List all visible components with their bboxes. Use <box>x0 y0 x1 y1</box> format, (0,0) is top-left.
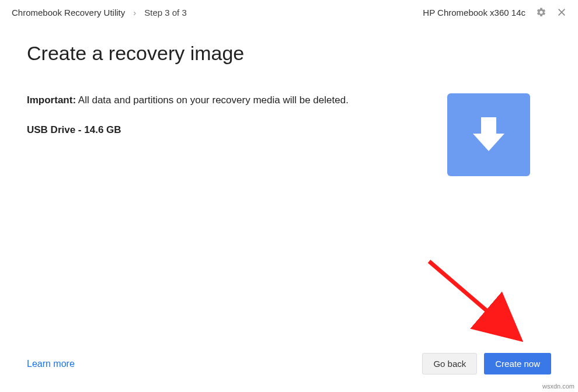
important-body: All data and partitions on your recovery… <box>76 94 349 106</box>
step-indicator: Step 3 of 3 <box>144 8 187 18</box>
go-back-button[interactable]: Go back <box>422 353 477 374</box>
device-name: HP Chromebook x360 14c <box>423 8 525 18</box>
header-bar: Chromebook Recovery Utility › Step 3 of … <box>0 0 578 24</box>
app-title: Chromebook Recovery Utility <box>12 8 125 18</box>
close-icon[interactable] <box>557 8 566 17</box>
download-arrow-icon <box>468 111 509 158</box>
footer-buttons: Go back Create now <box>422 353 551 374</box>
text-column: Important: All data and partitions on yo… <box>27 93 354 136</box>
download-box <box>447 93 530 176</box>
footer-bar: Learn more Go back Create now <box>0 353 578 374</box>
drive-info: USB Drive - 14.6 GB <box>27 124 354 136</box>
download-illustration <box>447 93 530 176</box>
annotation-arrow <box>420 256 537 360</box>
create-now-button[interactable]: Create now <box>484 353 551 374</box>
watermark: wsxdn.com <box>542 383 574 390</box>
main-content: Create a recovery image Important: All d… <box>0 24 578 136</box>
header-right: HP Chromebook x360 14c <box>423 7 566 18</box>
gear-icon[interactable] <box>536 7 546 18</box>
header-left: Chromebook Recovery Utility › Step 3 of … <box>12 8 187 18</box>
page-title: Create a recovery image <box>27 42 551 65</box>
learn-more-link[interactable]: Learn more <box>27 359 75 369</box>
chevron-right-icon: › <box>133 8 136 18</box>
warning-text: Important: All data and partitions on yo… <box>27 93 354 108</box>
important-label: Important: <box>27 94 76 106</box>
svg-line-2 <box>429 261 511 331</box>
